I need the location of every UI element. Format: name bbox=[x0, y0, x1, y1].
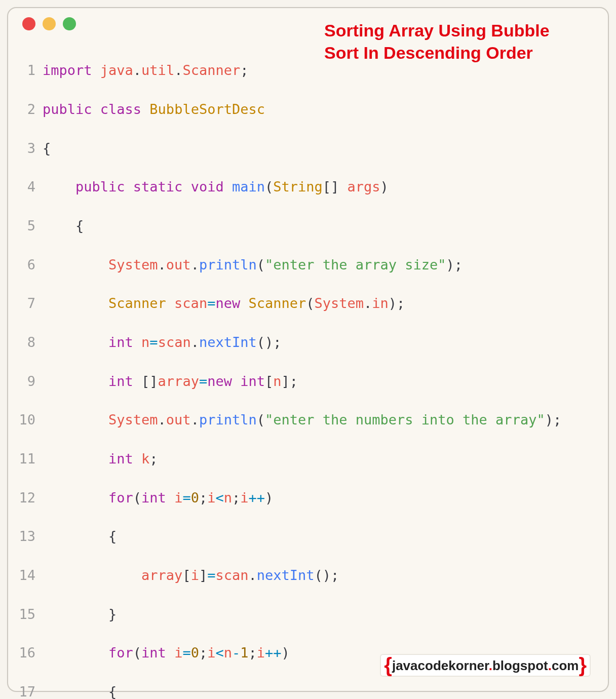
line-number: 17 bbox=[18, 682, 43, 699]
line-number: 8 bbox=[18, 333, 43, 352]
line-number: 9 bbox=[18, 372, 43, 391]
keyword: new bbox=[215, 295, 240, 311]
class-name: BubbleSortDesc bbox=[149, 101, 265, 117]
pkg: java bbox=[100, 62, 133, 78]
pkg: Scanner bbox=[182, 62, 240, 78]
line-number: 7 bbox=[18, 294, 43, 313]
keyword-import: import bbox=[43, 62, 92, 78]
keyword: for bbox=[108, 645, 133, 661]
site-name: javacodekorner.blogspot.com bbox=[392, 658, 579, 674]
keyword: void bbox=[191, 179, 224, 195]
brace-right-icon: } bbox=[579, 659, 587, 671]
zoom-icon[interactable] bbox=[63, 17, 76, 30]
method-println: println bbox=[199, 412, 257, 428]
close-icon[interactable] bbox=[22, 17, 35, 30]
string-literal: "enter the numbers into the array" bbox=[265, 412, 545, 428]
line-number: 3 bbox=[18, 139, 43, 158]
type: int bbox=[141, 645, 166, 661]
line-number: 5 bbox=[18, 216, 43, 236]
minimize-icon[interactable] bbox=[43, 17, 56, 30]
source-badge: { javacodekorner.blogspot.com } bbox=[380, 654, 591, 677]
code-block: 1import java.util.Scanner; 2public class… bbox=[18, 42, 598, 699]
type: int bbox=[108, 373, 133, 389]
keyword: for bbox=[108, 490, 133, 506]
keyword: new bbox=[207, 373, 232, 389]
line-number: 6 bbox=[18, 255, 43, 275]
type: Scanner bbox=[248, 295, 306, 311]
method: nextInt bbox=[257, 567, 315, 583]
type: int bbox=[141, 490, 166, 506]
line-number: 1 bbox=[18, 61, 43, 80]
line-number: 12 bbox=[18, 488, 43, 508]
keyword: public bbox=[75, 179, 125, 195]
brace-left-icon: { bbox=[384, 659, 392, 671]
code-window: Sorting Array Using Bubble Sort In Desce… bbox=[7, 7, 609, 692]
param: args bbox=[348, 179, 380, 195]
line-number: 16 bbox=[18, 643, 43, 663]
keyword: class bbox=[100, 101, 141, 117]
string-literal: "enter the array size" bbox=[265, 257, 446, 273]
method-main: main bbox=[232, 179, 265, 195]
keyword: public bbox=[43, 101, 92, 117]
line-number: 11 bbox=[18, 449, 43, 469]
snippet-title: Sorting Array Using Bubble Sort In Desce… bbox=[324, 19, 588, 64]
pkg: util bbox=[141, 62, 174, 78]
method-println: println bbox=[199, 257, 257, 273]
line-number: 13 bbox=[18, 527, 43, 546]
keyword: static bbox=[133, 179, 183, 195]
line-number: 10 bbox=[18, 410, 43, 430]
line-number: 2 bbox=[18, 100, 43, 119]
line-number: 4 bbox=[18, 177, 43, 197]
method: nextInt bbox=[199, 334, 257, 350]
line-number: 14 bbox=[18, 566, 43, 585]
type: Scanner bbox=[108, 295, 166, 311]
type: int bbox=[108, 334, 133, 350]
line-number: 15 bbox=[18, 605, 43, 624]
type: String bbox=[273, 179, 323, 195]
type: int bbox=[108, 451, 133, 467]
type: int bbox=[240, 373, 265, 389]
